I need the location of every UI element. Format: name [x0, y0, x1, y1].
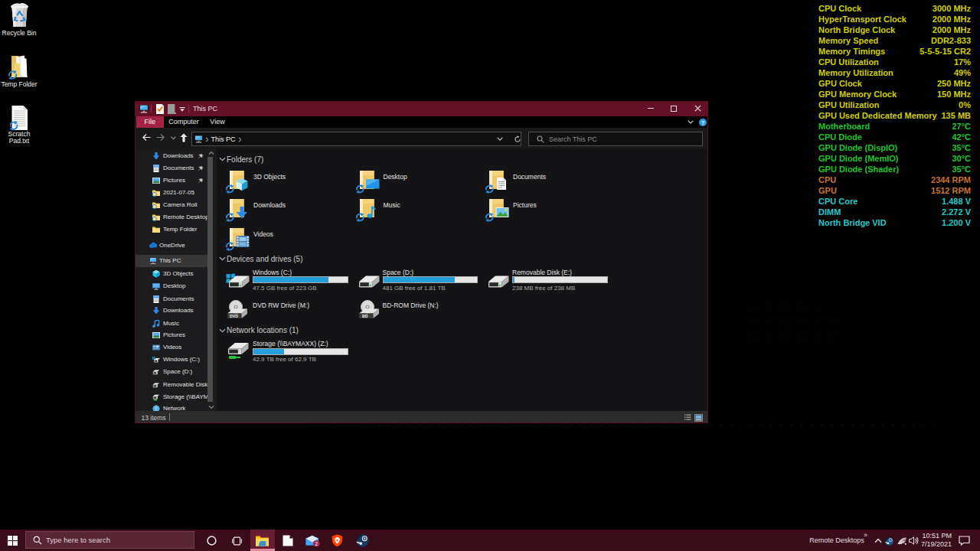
svg-text:BD: BD — [362, 314, 368, 318]
svg-text:2: 2 — [315, 541, 318, 546]
svg-text:?: ? — [701, 119, 704, 126]
svg-text:DVD: DVD — [230, 314, 238, 318]
